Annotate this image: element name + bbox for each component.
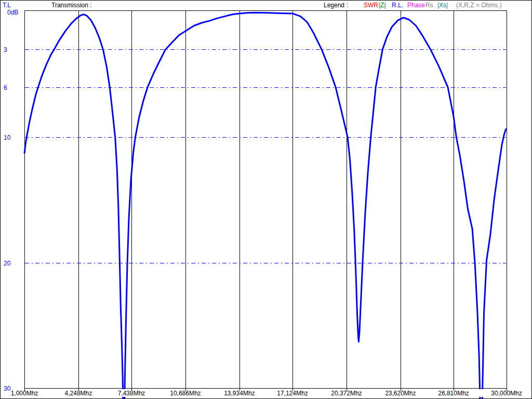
x-tick-label: 4,248Mhz <box>65 390 92 397</box>
y-tick-label: 3 <box>4 46 7 54</box>
x-tick-label: 23,620Mhz <box>385 390 416 397</box>
y-tick-label: 20 <box>4 260 10 267</box>
y-tick-label: 0dB <box>7 9 18 16</box>
x-tick-mark <box>347 389 347 391</box>
x-tick-mark <box>454 389 454 391</box>
x-tick-label: 1,000Mhz <box>11 390 38 397</box>
app-window: T.L Transmission : Legend : SWR|Z|R.L.Ph… <box>0 0 532 399</box>
x-tick-mark <box>24 389 25 391</box>
x-tick-label: 17,124Mhz <box>277 390 308 397</box>
x-tick-label: 26,810Mhz <box>438 390 469 397</box>
x-tick-label: 30,000Mhz <box>491 390 522 397</box>
x-tick-mark <box>507 389 507 391</box>
y-tick-label: 10 <box>4 134 10 141</box>
y-tick-label: 6 <box>4 84 7 91</box>
x-tick-mark <box>240 389 240 391</box>
x-axis-label-band: 1,000Mhz4,248Mhz7,438Mhz10,686Mhz13,934M… <box>1 389 531 397</box>
x-tick-mark <box>78 389 79 391</box>
plot-area[interactable] <box>1 1 532 399</box>
y-tick-label: 30 <box>4 385 10 392</box>
x-tick-mark <box>185 389 186 391</box>
x-tick-label: 10,686Mhz <box>170 390 201 397</box>
x-tick-label: 7,438Mhz <box>118 390 145 397</box>
plot-border <box>25 11 507 389</box>
x-tick-label: 13,934Mhz <box>224 390 255 397</box>
x-tick-mark <box>131 389 132 391</box>
x-tick-label: 20,372Mhz <box>331 390 362 397</box>
x-tick-mark <box>401 389 401 391</box>
x-tick-mark <box>292 389 293 391</box>
transmission-loss-trace <box>24 12 506 399</box>
